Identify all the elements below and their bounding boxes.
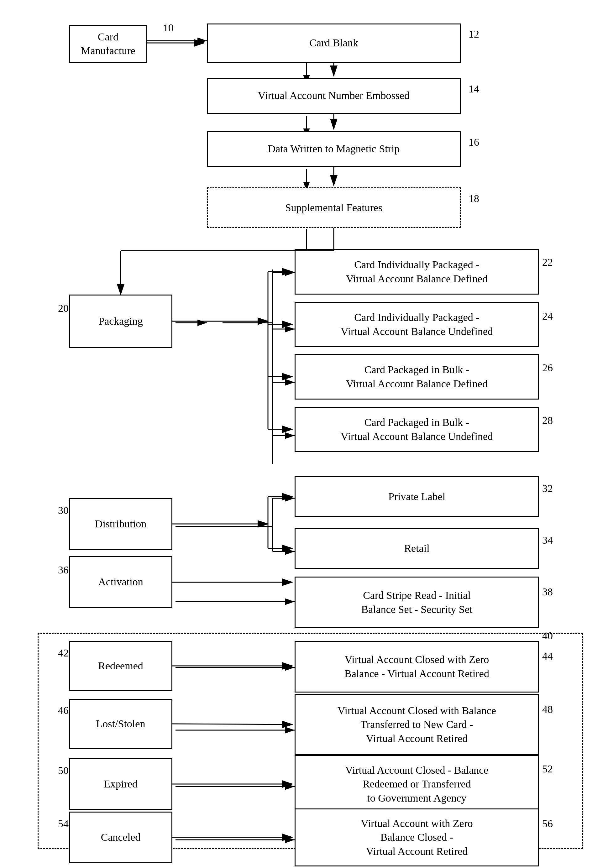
- ref-28: 28: [542, 415, 553, 426]
- va-closed-zero-box: Virtual Account Closed with ZeroBalance …: [295, 641, 539, 693]
- ref-18: 18: [469, 193, 479, 205]
- ref-14: 14: [469, 83, 479, 95]
- canceled-box: Canceled: [69, 812, 172, 863]
- distribution-box: Distribution: [69, 498, 172, 550]
- ref-12: 12: [469, 28, 479, 40]
- ref-42: 42: [58, 647, 68, 659]
- va-closed-transferred-box: Virtual Account Closed with BalanceTrans…: [295, 694, 539, 755]
- ref-32: 32: [542, 482, 553, 494]
- lost-stolen-box: Lost/Stolen: [69, 699, 172, 749]
- ref-10: 10: [163, 22, 174, 34]
- ref-26: 26: [542, 362, 553, 374]
- card-bulk-defined-box: Card Packaged in Bulk -Virtual Account B…: [295, 354, 539, 400]
- ref-34: 34: [542, 534, 553, 546]
- ref-30: 30: [58, 504, 68, 516]
- ref-24: 24: [542, 310, 553, 322]
- supplemental-box: Supplemental Features: [207, 188, 461, 228]
- card-indiv-undefined-box: Card Individually Packaged -Virtual Acco…: [295, 302, 539, 347]
- packaging-box: Packaging: [69, 294, 172, 348]
- ref-56: 56: [542, 818, 553, 830]
- ref-52: 52: [542, 763, 553, 775]
- card-blank-box: Card Blank: [207, 23, 461, 63]
- activation-box: Activation: [69, 556, 172, 608]
- ref-54: 54: [58, 818, 68, 830]
- redeemed-box: Redeemed: [69, 641, 172, 691]
- ref-50: 50: [58, 764, 68, 777]
- ref-44: 44: [542, 650, 553, 662]
- retail-box: Retail: [295, 528, 539, 569]
- va-zero-balance-box: Virtual Account with ZeroBalance Closed …: [295, 809, 539, 866]
- private-label-box: Private Label: [295, 476, 539, 517]
- card-manufacture-box: CardManufacture: [69, 25, 147, 63]
- magnetic-strip-box: Data Written to Magnetic Strip: [207, 131, 461, 167]
- ref-22: 22: [542, 256, 553, 268]
- va-closed-balance-box: Virtual Account Closed - BalanceRedeemed…: [295, 755, 539, 813]
- expired-box: Expired: [69, 758, 172, 810]
- ref-20: 20: [58, 302, 68, 314]
- ref-48: 48: [542, 704, 553, 715]
- ref-36: 36: [58, 564, 68, 576]
- ref-16: 16: [469, 136, 479, 148]
- van-embossed-box: Virtual Account Number Embossed: [207, 78, 461, 114]
- ref-40: 40: [542, 630, 553, 642]
- card-indiv-defined-box: Card Individually Packaged -Virtual Acco…: [295, 249, 539, 294]
- flowchart-diagram: 10 CardManufacture 12 Card Blank 14 Virt…: [0, 0, 613, 868]
- card-bulk-undefined-box: Card Packaged in Bulk -Virtual Account B…: [295, 407, 539, 452]
- ref-38: 38: [542, 586, 553, 598]
- ref-46: 46: [58, 704, 68, 716]
- card-stripe-box: Card Stripe Read - InitialBalance Set - …: [295, 577, 539, 628]
